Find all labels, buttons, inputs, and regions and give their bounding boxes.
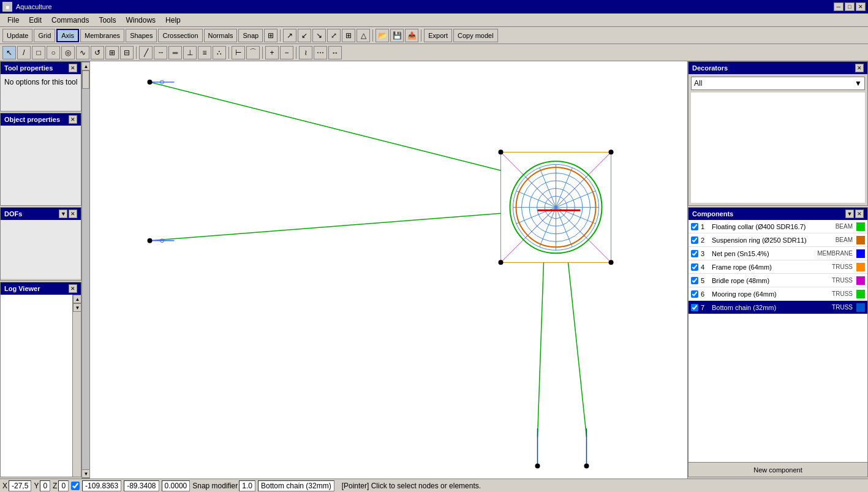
tb-save[interactable]: 💾	[390, 29, 404, 42]
tool-properties-close[interactable]: ✕	[69, 64, 77, 72]
component-color-2	[856, 236, 865, 244]
component-checkbox-2[interactable]	[691, 237, 698, 244]
main-content: Tool properties ✕ No options for this to…	[0, 61, 868, 479]
left-scroll-down[interactable]: ▼	[81, 469, 90, 478]
tool-m1[interactable]: ≀	[299, 46, 312, 59]
object-properties-close[interactable]: ✕	[69, 115, 77, 124]
component-checkbox-3[interactable]	[691, 250, 698, 257]
tb-export-icon[interactable]: 📤	[405, 29, 418, 42]
menu-file[interactable]: File	[2, 15, 24, 26]
menu-windows[interactable]: Windows	[121, 15, 160, 26]
tb-icon3[interactable]: ↘	[312, 29, 326, 42]
decorators-close[interactable]: ✕	[855, 64, 864, 72]
component-checkbox-4[interactable]	[691, 263, 698, 271]
tb-crossection[interactable]: Crossection	[158, 29, 202, 42]
component-checkbox-6[interactable]	[691, 290, 698, 298]
tool-perp[interactable]: ⊥	[183, 46, 197, 59]
x-field[interactable]: -27,5	[9, 480, 31, 491]
canvas-area[interactable]	[90, 61, 687, 479]
tool-m2[interactable]: ⋯	[314, 46, 327, 59]
main-canvas[interactable]	[90, 61, 687, 479]
component-checkbox-7[interactable]	[691, 304, 698, 311]
tb-folder-open[interactable]: 📂	[376, 29, 389, 42]
left-scroll-thumb[interactable]	[82, 70, 89, 89]
tool-divide[interactable]: ⊟	[120, 46, 134, 59]
menu-tools[interactable]: Tools	[94, 15, 121, 26]
tb-grid[interactable]: Grid	[34, 29, 55, 42]
tool-arc[interactable]: ⌒	[246, 46, 260, 59]
tb-icon4[interactable]: ⤢	[327, 29, 341, 42]
component-row-5[interactable]: 5Bridle rope (48mm)TRUSS	[689, 274, 867, 287]
tb-icon2[interactable]: ↙	[298, 29, 311, 42]
tool-line3[interactable]: ⊢	[232, 46, 245, 59]
tool-curve[interactable]: ∿	[76, 46, 89, 59]
menu-help[interactable]: Help	[160, 15, 186, 26]
tb-membranes[interactable]: Membranes	[80, 29, 124, 42]
menu-edit[interactable]: Edit	[24, 15, 47, 26]
tool-rotate[interactable]: ↺	[91, 46, 104, 59]
tool-dots[interactable]: ∴	[213, 46, 226, 59]
tool-ring[interactable]: ◎	[61, 46, 75, 59]
tb-icon1[interactable]: ↗	[283, 29, 296, 42]
decorators-canvas	[691, 93, 865, 203]
component-row-3[interactable]: 3Net pen (Sn15.4%)MEMBRANE	[689, 247, 867, 260]
component-checkbox-1[interactable]	[691, 223, 698, 230]
minimize-button[interactable]: ─	[834, 2, 843, 11]
components-dropdown[interactable]: ▼	[845, 210, 854, 218]
scroll-up[interactable]: ▲	[73, 295, 81, 303]
tb-export[interactable]: Export	[424, 29, 452, 42]
tb-axis[interactable]: Axis	[56, 29, 79, 42]
tb-icon6[interactable]: △	[357, 29, 370, 42]
component-row-2[interactable]: 2Suspension ring (Ø250 SDR11)BEAM	[689, 233, 867, 247]
component-row-6[interactable]: 6Mooring rope (64mm)TRUSS	[689, 287, 867, 301]
y-field[interactable]: 0	[40, 480, 50, 491]
tool-line2[interactable]: ╱	[139, 46, 153, 59]
dofs-dropdown[interactable]: ▼	[59, 210, 67, 218]
log-viewer-panel: Log Viewer ✕ ▲ ▼	[0, 282, 81, 477]
separator2	[372, 29, 373, 42]
maximize-button[interactable]: □	[845, 2, 855, 11]
tb-update[interactable]: Update	[2, 29, 32, 42]
tool-minus[interactable]: −	[280, 46, 293, 59]
component-row-1[interactable]: 1Floating collar (Ø400 SDR16.7)BEAM	[689, 220, 867, 233]
components-close[interactable]: ✕	[855, 210, 864, 218]
left-scroll-up[interactable]: ▲	[81, 62, 90, 70]
toolbar2: ↖ / □ ○ ◎ ∿ ↺ ⊞ ⊟ ╱ ╌ ═ ⊥ ≡ ∴ ⊢ ⌒ + − ≀ …	[0, 44, 868, 61]
snap-checkbox[interactable]	[71, 482, 80, 490]
tool-dashed[interactable]: ╌	[154, 46, 167, 59]
scroll-down[interactable]: ▼	[73, 303, 81, 312]
decorators-dropdown[interactable]: All ▼	[691, 77, 865, 90]
dofs-title: DOFs	[4, 210, 22, 218]
log-viewer-close[interactable]: ✕	[69, 284, 77, 293]
status-message: [Pointer] Click to select nodes or eleme…	[337, 482, 866, 490]
tb-shapes[interactable]: Shapes	[126, 29, 157, 42]
tool-circle[interactable]: ○	[47, 46, 60, 59]
left-scrollbar[interactable]: ▲ ▼	[81, 61, 90, 479]
tool-plus[interactable]: +	[265, 46, 279, 59]
component-checkbox-5[interactable]	[691, 277, 698, 284]
tb-icon5[interactable]: ⊞	[342, 29, 355, 42]
dofs-close[interactable]: ✕	[69, 210, 77, 218]
tb-snap-icon[interactable]: ⊞	[264, 29, 277, 42]
component-row-4[interactable]: 4Frame rope (64mm)TRUSS	[689, 260, 867, 274]
component-row-7[interactable]: 7Bottom chain (32mm)TRUSS	[689, 301, 867, 314]
tool-line[interactable]: /	[17, 46, 31, 59]
z-field[interactable]: 0	[58, 480, 69, 491]
tool-pointer[interactable]: ↖	[2, 46, 16, 59]
tb-normals[interactable]: Normals	[204, 29, 238, 42]
menu-commands[interactable]: Commands	[47, 15, 94, 26]
tool-grid[interactable]: ⊞	[105, 46, 119, 59]
close-button[interactable]: ✕	[856, 2, 866, 11]
decorators-controls: ✕	[855, 64, 864, 72]
tool-chain[interactable]: ≡	[198, 46, 211, 59]
tb-copy-model[interactable]: Copy model	[453, 29, 498, 42]
component-name-2: Suspension ring (Ø250 SDR11)	[712, 237, 833, 244]
component-number-2: 2	[701, 237, 709, 244]
new-component-button[interactable]: New component	[689, 462, 867, 477]
tb-snap[interactable]: Snap	[238, 29, 263, 42]
tool-parallel[interactable]: ═	[168, 46, 182, 59]
tool-square[interactable]: □	[32, 46, 45, 59]
snap-modifier-field[interactable]: 1.0	[239, 480, 255, 491]
tool-m3[interactable]: ↔	[328, 46, 342, 59]
log-viewer-scrollbar[interactable]: ▲ ▼	[72, 295, 81, 477]
